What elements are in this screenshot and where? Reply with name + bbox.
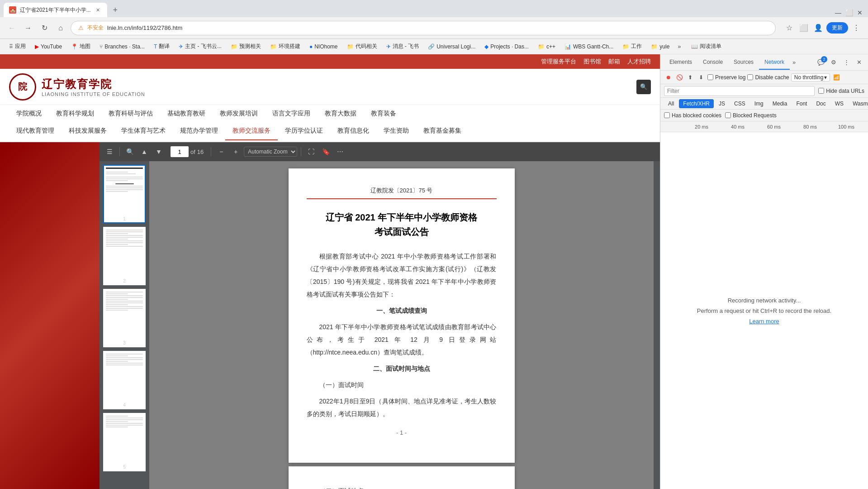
bookmark-cpp[interactable]: 📁 c++ xyxy=(534,42,559,52)
new-tab-button[interactable]: + xyxy=(109,4,122,16)
has-blocked-cookies-checkbox[interactable] xyxy=(664,112,670,118)
site-search-button[interactable]: 🔍 xyxy=(636,80,651,94)
topbar-link-library[interactable]: 图书馆 xyxy=(583,58,601,66)
filter-all[interactable]: All xyxy=(664,99,678,108)
extensions-icon[interactable]: ⬜ xyxy=(797,22,810,34)
topbar-link-mail[interactable]: 邮箱 xyxy=(608,58,620,66)
devtools-more-tabs-button[interactable]: » xyxy=(790,55,798,69)
preserve-log-label[interactable]: Preserve log xyxy=(707,74,745,81)
maximize-button[interactable]: ⬜ xyxy=(844,8,854,17)
filter-font[interactable]: Font xyxy=(792,99,811,108)
filter-js[interactable]: JS xyxy=(715,99,729,108)
pdf-zoom-select[interactable]: Automatic Zoom xyxy=(244,147,297,157)
bookmark-youtube[interactable]: ▶ YouTube xyxy=(31,42,66,52)
pdf-zoom-in-button[interactable]: + xyxy=(229,145,242,158)
apps-button[interactable]: ⠿ 应用 xyxy=(5,41,29,52)
nav-item-teacher-exchange[interactable]: 教师交流服务 xyxy=(225,122,278,140)
pdf-next-page-button[interactable]: ▼ xyxy=(152,145,165,158)
nav-item-language[interactable]: 语言文字应用 xyxy=(265,105,318,123)
more-bookmarks-button[interactable]: » xyxy=(675,41,683,52)
filter-doc[interactable]: Doc xyxy=(812,99,830,108)
blocked-requests-checkbox[interactable] xyxy=(725,112,731,118)
preserve-log-checkbox[interactable] xyxy=(707,74,713,80)
filter-media[interactable]: Media xyxy=(768,99,792,108)
pdf-main-content[interactable]: 辽教院发〔2021〕75 号 辽宁省 2021 年下半年中小学教师资格 考试面试… xyxy=(149,161,654,489)
address-input[interactable]: ⚠ 不安全 lnie.ln.cn/info/1192/2786.htm xyxy=(71,21,776,35)
bookmark-branches[interactable]: ⑂ Branches · Sta... xyxy=(96,42,148,52)
bookmark-niohome[interactable]: ● NIOhome xyxy=(306,42,342,52)
bookmark-projects[interactable]: ◆ Projects · Das... xyxy=(481,42,532,52)
pdf-find-button[interactable]: 🔍 xyxy=(123,145,136,158)
pdf-more-button[interactable]: ⋯ xyxy=(334,145,346,158)
bookmarks-star-icon[interactable]: ☆ xyxy=(783,22,796,34)
topbar-link-jobs[interactable]: 人才招聘 xyxy=(627,58,651,66)
pdf-thumbnail-3[interactable]: 3 xyxy=(103,289,146,347)
topbar-link-management[interactable]: 管理服务平台 xyxy=(541,58,576,66)
disable-cache-checkbox[interactable] xyxy=(747,74,753,80)
nav-item-standard[interactable]: 规范办学管理 xyxy=(173,122,225,140)
bookmark-code[interactable]: 📁 代码相关 xyxy=(343,41,381,52)
filter-img[interactable]: Img xyxy=(750,99,768,108)
pdf-fullscreen-button[interactable]: ⛶ xyxy=(305,145,318,158)
nav-item-foundation[interactable]: 教育基金募集 xyxy=(416,122,469,140)
back-button[interactable]: ← xyxy=(5,22,18,34)
nav-item-tech-dev[interactable]: 科技发展服务 xyxy=(62,122,114,140)
pdf-thumbnails[interactable]: 1 xyxy=(100,161,149,489)
pdf-prev-page-button[interactable]: ▲ xyxy=(138,145,151,158)
pdf-thumbnail-4[interactable]: 4 xyxy=(103,351,146,409)
reload-button[interactable]: ↻ xyxy=(38,22,51,34)
hide-data-urls-label[interactable]: Hide data URLs xyxy=(818,88,864,94)
nav-item-education-plan[interactable]: 教育科学规划 xyxy=(49,105,101,123)
pdf-save-button[interactable]: 🔖 xyxy=(319,145,332,158)
minimize-button[interactable]: — xyxy=(834,8,843,17)
bookmark-reading-list[interactable]: 📖 阅读清单 xyxy=(688,41,725,52)
clear-button[interactable]: 🚫 xyxy=(675,73,684,82)
filter-css[interactable]: CSS xyxy=(730,99,749,108)
bookmark-predict[interactable]: 📁 预测相关 xyxy=(227,41,265,52)
blocked-requests-label[interactable]: Blocked Requests xyxy=(725,112,777,119)
devtools-tab-network[interactable]: Network xyxy=(759,55,790,70)
browser-tab[interactable]: 🏫 辽宁省2021年下半年中小学... ✕ xyxy=(4,3,107,17)
update-button[interactable]: 更新 xyxy=(826,22,848,34)
devtools-close-icon[interactable]: ✕ xyxy=(854,57,864,68)
pdf-sidebar-toggle[interactable]: ☰ xyxy=(103,145,116,158)
profile-icon[interactable]: 👤 xyxy=(812,22,825,34)
import-button[interactable]: ⬇ xyxy=(697,73,706,82)
learn-more-link[interactable]: Learn more xyxy=(749,318,779,325)
pdf-thumbnail-2[interactable]: 2 xyxy=(103,227,146,285)
nav-item-edu-info[interactable]: 教育信息化 xyxy=(330,122,376,140)
pdf-page-input[interactable]: 1 xyxy=(171,146,189,157)
nav-item-overview[interactable]: 学院概况 xyxy=(9,105,49,123)
nav-item-big-data[interactable]: 教育大数据 xyxy=(318,105,364,123)
bookmark-universal[interactable]: 🔗 Universal Logi... xyxy=(424,42,479,52)
nav-item-student-sports[interactable]: 学生体育与艺术 xyxy=(114,122,173,140)
pdf-zoom-out-button[interactable]: − xyxy=(215,145,228,158)
bookmark-feishu[interactable]: ✈ 主页 - 飞书云... xyxy=(175,41,225,52)
devtools-tab-elements[interactable]: Elements xyxy=(664,55,697,70)
bookmark-translate[interactable]: T 翻译 xyxy=(150,41,173,52)
nav-item-modern-edu[interactable]: 现代教育管理 xyxy=(9,122,62,140)
hide-data-urls-checkbox[interactable] xyxy=(818,88,824,94)
nav-item-basic-edu[interactable]: 基础教育教研 xyxy=(160,105,213,123)
menu-icon[interactable]: ⋮ xyxy=(850,22,863,34)
forward-button[interactable]: → xyxy=(22,22,34,34)
filter-fetch-xhr[interactable]: Fetch/XHR xyxy=(679,99,714,108)
disable-cache-label[interactable]: Disable cache xyxy=(747,74,789,81)
devtools-notification-icon[interactable]: 💬 2 xyxy=(816,57,826,68)
nav-item-equipment[interactable]: 教育装备 xyxy=(364,105,403,123)
nav-item-degree[interactable]: 学历学位认证 xyxy=(278,122,330,140)
bookmark-wbs[interactable]: 📊 WBS Gantt-Ch... xyxy=(561,42,617,52)
nav-item-student-support[interactable]: 学生资助 xyxy=(376,122,416,140)
devtools-focus-icon[interactable]: ⋮ xyxy=(841,57,852,68)
filter-wasm[interactable]: Wasm xyxy=(849,99,868,108)
filter-ws[interactable]: WS xyxy=(831,99,848,108)
fetch-filter-button[interactable]: ⬆ xyxy=(686,73,695,82)
pdf-thumbnail-5[interactable]: 5 xyxy=(103,413,146,471)
has-blocked-cookies-label[interactable]: Has blocked cookies xyxy=(664,112,721,119)
devtools-tab-sources[interactable]: Sources xyxy=(728,55,759,70)
record-button[interactable]: ⏺ xyxy=(664,73,673,82)
bookmark-maps[interactable]: 📍 地图 xyxy=(67,41,94,52)
bookmark-env[interactable]: 📁 环境搭建 xyxy=(266,41,304,52)
tab-close-button[interactable]: ✕ xyxy=(95,6,102,14)
nav-item-research-eval[interactable]: 教育科研与评估 xyxy=(101,105,160,123)
